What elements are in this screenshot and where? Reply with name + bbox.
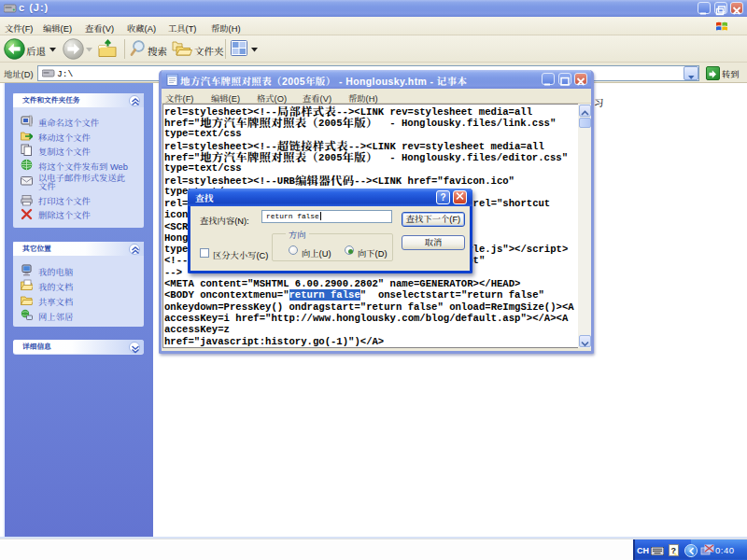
svg-text:?: ? <box>671 546 677 555</box>
